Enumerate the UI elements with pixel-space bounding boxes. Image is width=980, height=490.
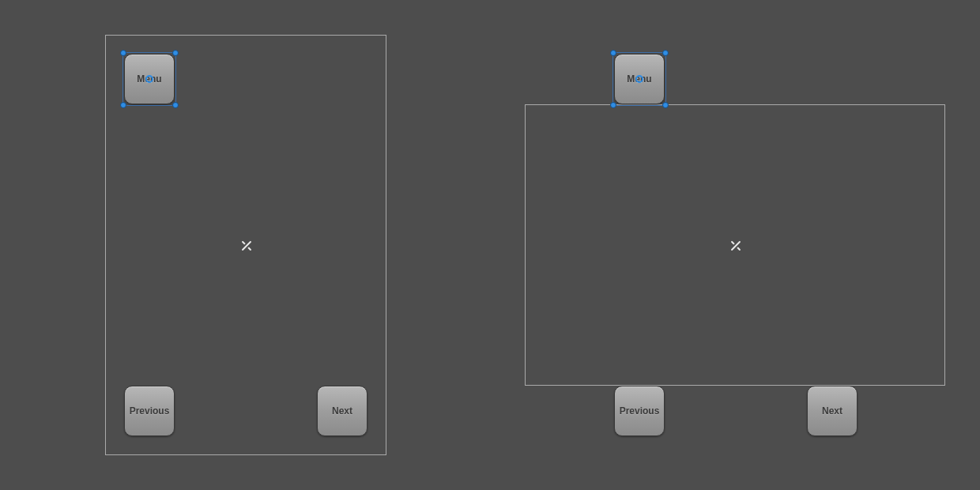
previous-button[interactable]: Previous bbox=[124, 386, 175, 436]
resize-handle-bottom-right-icon[interactable] bbox=[172, 102, 179, 108]
resize-handle-top-left-icon[interactable] bbox=[610, 50, 616, 56]
next-button[interactable]: Next bbox=[807, 386, 858, 436]
menu-button-selection[interactable]: Menu bbox=[614, 54, 665, 104]
landscape-view-frame bbox=[525, 104, 945, 386]
menu-button[interactable]: Menu bbox=[614, 54, 665, 104]
anchor-icon bbox=[727, 237, 744, 254]
resize-handle-bottom-left-icon[interactable] bbox=[610, 102, 616, 108]
resize-handle-bottom-right-icon[interactable] bbox=[662, 102, 669, 108]
menu-button[interactable]: Menu bbox=[124, 54, 175, 104]
resize-handle-top-right-icon[interactable] bbox=[662, 50, 669, 56]
resize-handle-top-left-icon[interactable] bbox=[120, 50, 126, 56]
previous-button-label: Previous bbox=[620, 405, 660, 416]
resize-handle-top-right-icon[interactable] bbox=[172, 50, 179, 56]
menu-button-selection[interactable]: Menu bbox=[124, 54, 175, 104]
menu-button-label: Menu bbox=[137, 74, 161, 85]
next-button-label: Next bbox=[332, 405, 352, 416]
resize-handle-bottom-left-icon[interactable] bbox=[120, 102, 126, 108]
previous-button[interactable]: Previous bbox=[614, 386, 665, 436]
next-button[interactable]: Next bbox=[317, 386, 368, 436]
menu-button-label: Menu bbox=[627, 74, 651, 85]
next-button-label: Next bbox=[822, 405, 842, 416]
previous-button-label: Previous bbox=[130, 405, 170, 416]
anchor-icon bbox=[238, 237, 255, 254]
